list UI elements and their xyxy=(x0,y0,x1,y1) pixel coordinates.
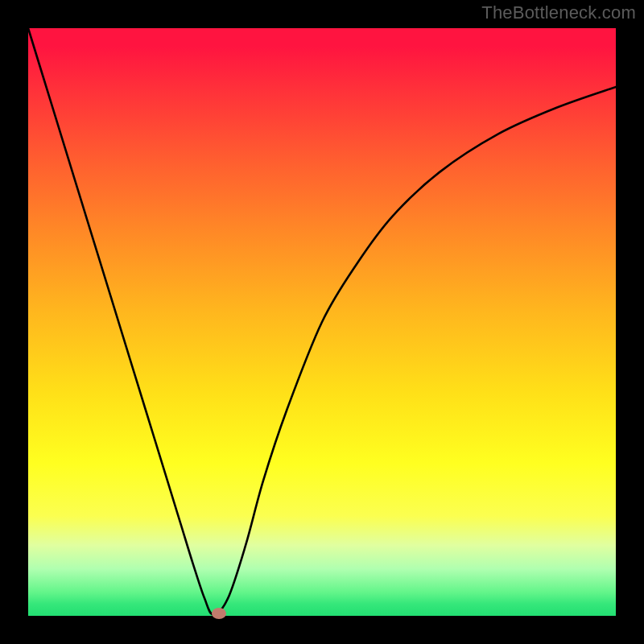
bottleneck-curve xyxy=(28,28,616,616)
chart-outer: TheBottleneck.com xyxy=(0,0,644,644)
curve-path xyxy=(28,28,616,615)
plot-area xyxy=(28,28,616,616)
min-marker xyxy=(212,608,226,619)
watermark-label: TheBottleneck.com xyxy=(481,2,636,23)
